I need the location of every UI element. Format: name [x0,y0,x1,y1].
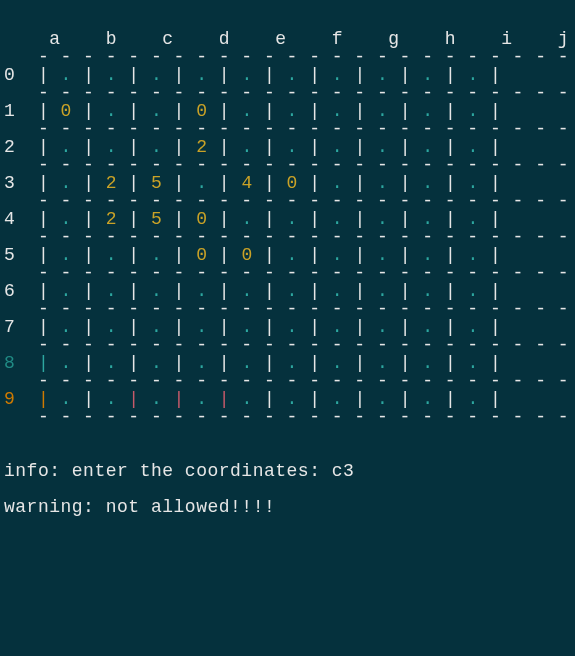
cell-6-c[interactable]: . [140,281,163,301]
cell-5-h[interactable]: . [366,245,389,265]
cell-2-g[interactable]: . [321,137,344,157]
cell-2-h[interactable]: . [366,137,389,157]
cell-1-b[interactable]: . [94,101,117,121]
cell-5-j[interactable]: . [456,245,479,265]
cell-6-a[interactable]: . [49,281,72,301]
cell-1-i[interactable]: . [411,101,434,121]
cell-3-c[interactable]: 5 [140,173,163,193]
cell-1-a[interactable]: 0 [49,101,72,121]
cell-5-f[interactable]: . [275,245,298,265]
cell-5-a[interactable]: . [49,245,72,265]
cell-7-h[interactable]: . [366,317,389,337]
cell-8-i[interactable]: . [411,353,434,373]
cell-9-a[interactable]: . [49,389,72,409]
cell-4-h[interactable]: . [366,209,389,229]
cell-0-i[interactable]: . [411,65,434,85]
cell-1-e[interactable]: . [230,101,253,121]
cell-7-b[interactable]: . [94,317,117,337]
cell-8-b[interactable]: . [94,353,117,373]
cell-2-i[interactable]: . [411,137,434,157]
cell-9-j[interactable]: . [456,389,479,409]
cell-6-b[interactable]: . [94,281,117,301]
cell-1-c[interactable]: . [140,101,163,121]
cell-4-c[interactable]: 5 [140,209,163,229]
cell-8-d[interactable]: . [185,353,208,373]
cell-2-c[interactable]: . [140,137,163,157]
cell-4-b[interactable]: 2 [94,209,117,229]
cell-0-e[interactable]: . [230,65,253,85]
cell-2-b[interactable]: . [94,137,117,157]
cell-0-d[interactable]: . [185,65,208,85]
cell-6-e[interactable]: . [230,281,253,301]
cell-2-j[interactable]: . [456,137,479,157]
cell-1-g[interactable]: . [321,101,344,121]
cell-5-i[interactable]: . [411,245,434,265]
cell-3-b[interactable]: 2 [94,173,117,193]
cell-5-c[interactable]: . [140,245,163,265]
cell-8-j[interactable]: . [456,353,479,373]
cell-6-i[interactable]: . [411,281,434,301]
coordinate-input[interactable]: c3 [332,461,355,481]
cell-6-h[interactable]: . [366,281,389,301]
cell-5-b[interactable]: . [94,245,117,265]
cell-0-g[interactable]: . [321,65,344,85]
cell-8-c[interactable]: . [140,353,163,373]
cell-2-d[interactable]: 2 [185,137,208,157]
cell-4-i[interactable]: . [411,209,434,229]
cell-5-g[interactable]: . [321,245,344,265]
cell-9-e[interactable]: . [230,389,253,409]
cell-7-i[interactable]: . [411,317,434,337]
cell-8-e[interactable]: . [230,353,253,373]
cell-9-h[interactable]: . [366,389,389,409]
cell-8-h[interactable]: . [366,353,389,373]
cell-1-j[interactable]: . [456,101,479,121]
cell-4-j[interactable]: . [456,209,479,229]
cell-3-j[interactable]: . [456,173,479,193]
cell-6-f[interactable]: . [275,281,298,301]
cell-2-a[interactable]: . [49,137,72,157]
cell-4-d[interactable]: 0 [185,209,208,229]
cell-6-g[interactable]: . [321,281,344,301]
cell-1-f[interactable]: . [275,101,298,121]
cell-0-f[interactable]: . [275,65,298,85]
cell-2-f[interactable]: . [275,137,298,157]
cell-9-c[interactable]: . [140,389,163,409]
cell-7-c[interactable]: . [140,317,163,337]
cell-4-e[interactable]: . [230,209,253,229]
cell-7-g[interactable]: . [321,317,344,337]
cell-9-b[interactable]: . [94,389,117,409]
cell-3-g[interactable]: . [321,173,344,193]
cell-2-e[interactable]: . [230,137,253,157]
cell-0-b[interactable]: . [94,65,117,85]
cell-3-e[interactable]: 4 [230,173,253,193]
cell-9-g[interactable]: . [321,389,344,409]
cell-3-f[interactable]: 0 [275,173,298,193]
cell-9-i[interactable]: . [411,389,434,409]
cell-1-d[interactable]: 0 [185,101,208,121]
cell-7-a[interactable]: . [49,317,72,337]
cell-7-f[interactable]: . [275,317,298,337]
cell-4-f[interactable]: . [275,209,298,229]
cell-7-e[interactable]: . [230,317,253,337]
cell-8-a[interactable]: . [49,353,72,373]
cell-8-f[interactable]: . [275,353,298,373]
cell-4-g[interactable]: . [321,209,344,229]
cell-5-e[interactable]: 0 [230,245,253,265]
cell-5-d[interactable]: 0 [185,245,208,265]
cell-9-f[interactable]: . [275,389,298,409]
cell-0-a[interactable]: . [49,65,72,85]
cell-3-a[interactable]: . [49,173,72,193]
cell-4-a[interactable]: . [49,209,72,229]
cell-9-d[interactable]: . [185,389,208,409]
cell-3-d[interactable]: . [185,173,208,193]
cell-3-i[interactable]: . [411,173,434,193]
cell-0-c[interactable]: . [140,65,163,85]
cell-7-j[interactable]: . [456,317,479,337]
cell-0-j[interactable]: . [456,65,479,85]
cell-8-g[interactable]: . [321,353,344,373]
cell-0-h[interactable]: . [366,65,389,85]
cell-6-d[interactable]: . [185,281,208,301]
cell-7-d[interactable]: . [185,317,208,337]
cell-6-j[interactable]: . [456,281,479,301]
cell-3-h[interactable]: . [366,173,389,193]
